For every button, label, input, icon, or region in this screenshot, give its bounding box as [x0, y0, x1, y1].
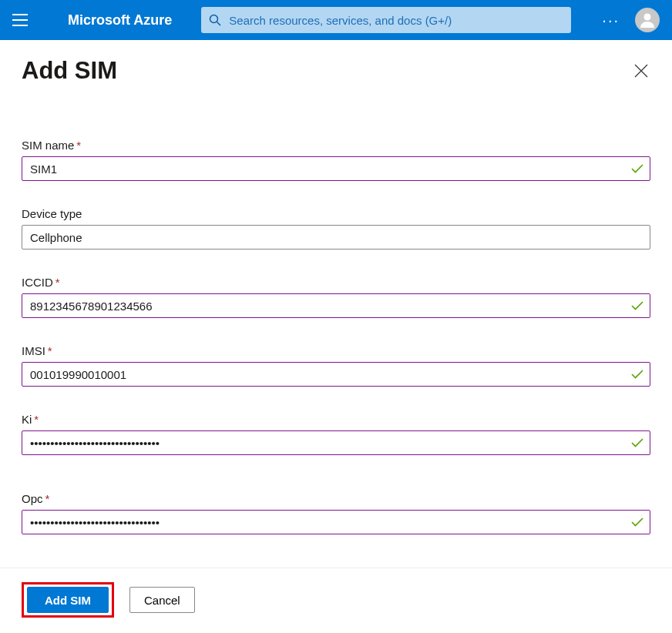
valid-check-icon [630, 515, 644, 529]
more-actions-icon[interactable]: ··· [593, 12, 629, 29]
ki-input[interactable] [22, 430, 650, 455]
search-icon [209, 14, 221, 26]
imsi-label: IMSI* [22, 344, 650, 357]
ki-label: Ki* [22, 413, 650, 426]
page-title: Add SIM [22, 57, 117, 85]
svg-point-2 [644, 14, 651, 21]
valid-check-icon [630, 299, 644, 313]
field-iccid: ICCID* [22, 276, 650, 318]
close-icon[interactable] [632, 62, 650, 80]
global-search[interactable] [201, 7, 571, 33]
valid-check-icon [630, 162, 644, 176]
blade-header: Add SIM [0, 40, 672, 92]
form-area: SIM name* Device type ICCID* IMSI* Ki* [0, 92, 672, 534]
iccid-label: ICCID* [22, 276, 650, 289]
device-type-label: Device type [22, 207, 650, 220]
azure-topbar: Microsoft Azure ··· [0, 0, 672, 40]
field-imsi: IMSI* [22, 344, 650, 387]
field-device-type: Device type [22, 207, 650, 250]
brand-title[interactable]: Microsoft Azure [68, 12, 172, 28]
iccid-input[interactable] [22, 293, 650, 318]
footer-bar: Add SIM Cancel [0, 568, 672, 633]
field-opc: Opc* [22, 492, 650, 534]
search-wrapper [201, 7, 585, 33]
sim-name-input[interactable] [22, 156, 650, 181]
field-ki: Ki* [22, 413, 650, 455]
opc-input[interactable] [22, 510, 650, 534]
sim-name-label: SIM name* [22, 139, 650, 152]
opc-label: Opc* [22, 492, 650, 505]
user-avatar[interactable] [635, 8, 660, 32]
valid-check-icon [630, 436, 644, 450]
valid-check-icon [630, 367, 644, 381]
device-type-input[interactable] [22, 225, 650, 250]
search-input[interactable] [229, 14, 563, 27]
svg-line-1 [217, 22, 221, 26]
field-sim-name: SIM name* [22, 139, 650, 181]
cancel-button[interactable]: Cancel [129, 587, 195, 613]
svg-point-0 [210, 15, 218, 23]
imsi-input[interactable] [22, 362, 650, 387]
hamburger-menu-icon[interactable] [9, 9, 31, 31]
highlight-annotation: Add SIM [22, 582, 114, 618]
add-sim-button[interactable]: Add SIM [27, 587, 109, 613]
